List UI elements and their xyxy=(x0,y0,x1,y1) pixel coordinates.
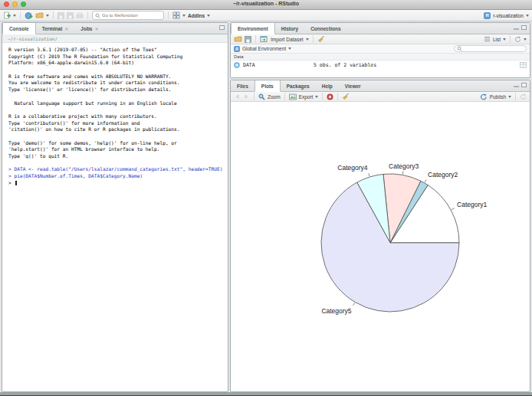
global-environment-selector[interactable]: Global Environment xyxy=(242,46,286,51)
object-summary: 5 obs. of 2 variables xyxy=(314,62,517,68)
toolbar-separator xyxy=(510,35,511,43)
global-environment-caret[interactable] xyxy=(288,47,291,50)
save-workspace-icon[interactable] xyxy=(245,36,251,43)
toolbar-separator xyxy=(20,11,21,19)
tab-help[interactable]: Help xyxy=(316,80,339,91)
tab-viewer[interactable]: Viewer xyxy=(339,80,367,91)
new-project-icon[interactable] xyxy=(25,11,33,20)
tab-environment[interactable]: Environment xyxy=(231,23,275,34)
console-tabbar: Console Terminal ✕ Jobs ✕ xyxy=(2,23,228,34)
pie-label-tick xyxy=(452,208,455,210)
open-recent-caret[interactable] xyxy=(46,15,49,17)
console-line: > DATA <- read.table("/Users/lsalazar/co… xyxy=(8,166,222,173)
tab-connections-label: Connections xyxy=(310,26,340,31)
tab-history[interactable]: History xyxy=(275,23,304,34)
tab-files[interactable]: Files xyxy=(231,80,255,91)
zoom-plot-button[interactable]: Zoom xyxy=(268,94,281,100)
console-line: Platform: x86_64-apple-darwin15.6.0 (64-… xyxy=(8,60,222,67)
environment-toolbar: Import Dataset List xyxy=(231,34,530,44)
console-cursor xyxy=(15,181,17,185)
next-plot-icon[interactable] xyxy=(243,93,250,100)
console-line: Type 'contributors()' for more informati… xyxy=(8,120,222,127)
goto-file-input[interactable] xyxy=(102,13,161,18)
pie-label-category4: Category4 xyxy=(337,164,367,172)
environment-object-row[interactable]: DATA 5 obs. of 2 variables xyxy=(231,61,530,69)
export-plot-icon xyxy=(289,93,297,100)
load-workspace-icon[interactable] xyxy=(234,35,242,43)
project-menu-button[interactable]: R r-visualization xyxy=(484,12,529,19)
pie-label-tick xyxy=(353,303,355,305)
clear-workspace-broom-icon[interactable] xyxy=(317,35,325,43)
clear-all-plots-broom-icon[interactable] xyxy=(342,93,350,100)
environment-scope-row: R Global Environment xyxy=(231,44,530,54)
tab-help-label: Help xyxy=(322,83,333,89)
tab-console[interactable]: Console xyxy=(2,23,36,34)
close-jobs-tab-icon[interactable]: ✕ xyxy=(94,26,98,31)
pie-label-category1: Category1 xyxy=(457,201,487,208)
dataframe-icon xyxy=(234,62,240,68)
data-section-header: Data xyxy=(231,54,530,61)
pane-layout-icon[interactable] xyxy=(172,11,180,19)
remove-plot-icon[interactable] xyxy=(327,93,333,100)
plot-canvas: Category1Category2Category3Category4Cate… xyxy=(231,102,530,383)
pie-chart: Category1Category2Category3Category4Cate… xyxy=(231,102,530,383)
r-project-icon: R xyxy=(484,12,491,19)
close-terminal-tab-icon[interactable]: ✕ xyxy=(64,26,68,31)
tab-environment-label: Environment xyxy=(238,26,268,31)
pie-label-category2: Category2 xyxy=(428,171,458,178)
open-file-icon[interactable] xyxy=(35,11,44,19)
refresh-environment-icon[interactable] xyxy=(514,36,521,43)
maximize-plots-pane-icon[interactable] xyxy=(521,83,527,87)
object-name[interactable]: DATA xyxy=(243,62,310,68)
maximize-environment-pane-icon[interactable] xyxy=(521,25,527,30)
view-table-icon[interactable] xyxy=(520,62,527,68)
print-icon[interactable] xyxy=(76,12,84,19)
console-output[interactable]: R version 3.6.1 (2019-07-05) -- "Action … xyxy=(2,43,228,190)
data-section-label: Data xyxy=(234,54,244,59)
console-line: 'citation()' on how to cite R or R packa… xyxy=(8,126,222,133)
toolbar-separator xyxy=(322,93,323,100)
tab-connections[interactable]: Connections xyxy=(304,23,346,34)
addins-caret[interactable] xyxy=(207,15,210,17)
previous-plot-icon[interactable] xyxy=(234,93,241,100)
export-plot-button[interactable]: Export xyxy=(299,94,314,100)
list-view-caret[interactable] xyxy=(503,38,506,41)
console-line xyxy=(8,106,222,113)
save-icon[interactable] xyxy=(57,12,64,19)
refresh-environment-caret[interactable] xyxy=(524,38,527,41)
maximize-console-pane-icon[interactable] xyxy=(219,25,225,30)
goto-file-box[interactable] xyxy=(92,11,164,20)
publish-button[interactable]: Publish xyxy=(490,94,506,100)
tab-plots[interactable]: Plots xyxy=(255,80,281,92)
save-all-icon[interactable] xyxy=(67,12,74,19)
refresh-plot-icon[interactable] xyxy=(520,93,527,100)
toolbar-separator xyxy=(515,93,516,100)
addins-button[interactable]: Addins xyxy=(188,13,205,18)
console-line: > pie(DATA$Number.of.Times, DATA$Categor… xyxy=(8,173,222,180)
export-plot-caret[interactable] xyxy=(315,96,318,98)
new-file-menu-caret[interactable] xyxy=(13,15,16,17)
plots-tabbar: Files Plots Packages Help Viewer xyxy=(231,80,530,92)
tab-terminal[interactable]: Terminal ✕ xyxy=(36,23,75,34)
minimize-environment-pane-icon[interactable] xyxy=(514,28,519,30)
new-file-icon[interactable] xyxy=(3,11,11,20)
pane-layout-caret[interactable] xyxy=(182,15,186,17)
tab-packages[interactable]: Packages xyxy=(281,80,316,91)
console-line: Type 'license()' or 'licence()' for dist… xyxy=(8,87,222,93)
import-dataset-button[interactable]: Import Dataset xyxy=(271,37,304,42)
zoom-plot-icon xyxy=(258,93,265,100)
console-line: R is free software and comes with ABSOLU… xyxy=(8,74,222,80)
minimize-plots-pane-icon[interactable] xyxy=(514,86,519,87)
tab-jobs[interactable]: Jobs ✕ xyxy=(74,23,104,34)
environment-panel: Environment History Connections Import D… xyxy=(230,22,530,78)
tab-jobs-label: Jobs xyxy=(80,26,92,31)
environment-search-box[interactable] xyxy=(454,45,527,52)
console-line: > xyxy=(8,180,222,187)
console-line: Type 'demo()' for some demos, 'help()' f… xyxy=(8,140,222,147)
environment-search-input[interactable] xyxy=(464,47,524,51)
list-view-button[interactable]: List xyxy=(493,37,501,42)
publish-caret[interactable] xyxy=(508,96,511,98)
import-dataset-caret[interactable] xyxy=(306,38,309,41)
working-directory[interactable]: ~/r-visualization/ xyxy=(8,36,57,41)
pie-label-tick xyxy=(425,179,426,182)
